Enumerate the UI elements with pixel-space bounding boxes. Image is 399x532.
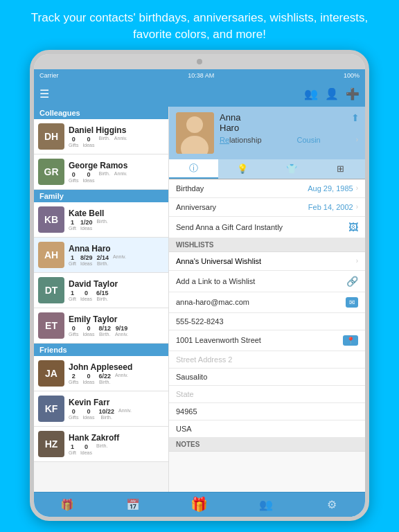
birthday-chevron: › <box>356 184 358 192</box>
avatar-anna: AH <box>38 242 64 268</box>
contact-kate-bell[interactable]: KB Kate Bell 1Gift 1/20Ideas Birth. <box>34 202 168 238</box>
tab-grid[interactable]: ⊞ <box>316 159 365 179</box>
contact-david-taylor[interactable]: DT David Taylor 1Gift 0Ideas 6/15Birth. <box>34 273 168 308</box>
contact-daniel-higgins[interactable]: DH Daniel Higgins 0Gifts 0Ideas Birth. A… <box>34 119 168 154</box>
tablet-screen: Carrier 10:38 AM 100% ☰ 👥 👤 ➕ Colleagues… <box>34 69 365 517</box>
avatar-john: JA <box>38 360 64 387</box>
contact-info-kate: Kate Bell 1Gift 1/20Ideas Birth. <box>69 209 164 231</box>
tab-people[interactable]: 👥 <box>233 493 299 517</box>
contact-anna-haro[interactable]: AH Anna Haro 1Gift 8/29Ideas 2/14Birth. … <box>34 238 168 273</box>
address2-row[interactable]: Street Address 2 <box>169 351 365 369</box>
add-person-icon[interactable]: ➕ <box>346 87 360 100</box>
address2-placeholder: Street Address 2 <box>176 355 232 364</box>
detail-first-name: Anna <box>220 112 358 123</box>
app-toolbar: ☰ 👥 👤 ➕ <box>34 82 365 107</box>
person-icon[interactable]: 👤 <box>325 87 339 100</box>
avatar-hank: HZ <box>38 431 64 457</box>
svg-point-1 <box>186 116 203 133</box>
contact-kevin-farr[interactable]: KF Kevin Farr 0Gifts 0Ideas 10/22Birth. … <box>34 391 168 427</box>
notes-header: Notes <box>169 438 365 452</box>
detail-tabs: ⓘ 💡 👕 ⊞ <box>169 159 365 179</box>
main-content: Colleagues DH Daniel Higgins 0Gifts 0Ide… <box>34 107 365 492</box>
gift-card-button[interactable]: Send Anna a Gift Card Instantly 🖼 <box>169 217 365 238</box>
contact-george-ramos[interactable]: GR George Ramos 0Gifts 0Ideas Birth. Ann… <box>34 154 168 190</box>
relationship-label: ReRelationshiplationship <box>220 136 262 144</box>
universal-wishlist-chevron: › <box>356 257 358 265</box>
menu-icon[interactable]: ☰ <box>39 87 49 100</box>
birthday-label: Birthday <box>176 184 204 193</box>
tablet-frame: Carrier 10:38 AM 100% ☰ 👥 👤 ➕ Colleagues… <box>30 50 369 521</box>
detail-name-area: Anna Haro ReRelationshiplationship Cousi… <box>220 112 358 144</box>
add-wishlist-label: Add a Link to a Wishlist <box>176 277 255 285</box>
link-icon: 🔗 <box>346 276 358 287</box>
map-icon: 📍 <box>343 335 358 346</box>
avatar-david: DT <box>38 277 64 303</box>
anniversary-chevron: › <box>356 203 358 211</box>
contact-name-kate: Kate Bell <box>69 209 164 218</box>
contacts-panel: Colleagues DH Daniel Higgins 0Gifts 0Ide… <box>34 107 169 492</box>
detail-header: Anna Haro ReRelationshiplationship Cousi… <box>169 107 365 159</box>
zip-value: 94965 <box>176 407 197 416</box>
avatar-emily: ET <box>38 312 64 339</box>
contact-info-hank: Hank Zakroff 1Gift 0Ideas Birth. <box>69 433 164 455</box>
email-icon: ✉ <box>346 297 358 308</box>
header-text: Track your contacts' birthdays, annivers… <box>0 0 399 50</box>
avatar-daniel: DH <box>38 123 64 150</box>
detail-panel: Anna Haro ReRelationshiplationship Cousi… <box>169 107 365 492</box>
contact-john-appleseed[interactable]: JA John Appleseed 2Gifts 0Ideas 6/22Birt… <box>34 356 168 391</box>
email-value: anna-haro@mac.com <box>176 298 249 306</box>
section-colleagues: Colleagues <box>34 107 168 119</box>
contact-name-john: John Appleseed <box>69 362 164 372</box>
phone-row[interactable]: 555-522-8243 <box>169 313 365 330</box>
contact-name-emily: Emily Taylor <box>69 314 164 324</box>
contact-name-george: George Ramos <box>69 161 164 170</box>
universal-wishlist-label: Anna's Universal Wishlist <box>176 257 261 265</box>
contact-hank-zakroff[interactable]: HZ Hank Zakroff 1Gift 0Ideas Birth. <box>34 427 168 462</box>
birthday-row[interactable]: Birthday Aug 29, 1985 › <box>169 179 365 198</box>
tablet-camera <box>197 59 202 64</box>
contact-emily-taylor[interactable]: ET Emily Taylor 0Gifts 0Ideas 8/12Birth.… <box>34 308 168 344</box>
tab-ideas[interactable]: 💡 <box>218 159 267 179</box>
gift-card-label: Send Anna a Gift Card Instantly <box>176 223 283 231</box>
avatar-kate: KB <box>38 206 64 233</box>
add-wishlist-row[interactable]: Add a Link to a Wishlist 🔗 <box>169 271 365 292</box>
city-row[interactable]: Sausalito <box>169 369 365 386</box>
group-icon[interactable]: 👥 <box>304 87 318 100</box>
wishlists-header: Wishlists <box>169 238 365 252</box>
tab-info[interactable]: ⓘ <box>169 159 218 179</box>
anniversary-value: Feb 14, 2002 › <box>308 203 358 211</box>
tab-shirt[interactable]: 👕 <box>267 159 317 179</box>
relationship-value[interactable]: Cousin <box>296 136 320 144</box>
tab-gift-list[interactable]: 🎁 <box>34 493 100 517</box>
status-bar: Carrier 10:38 AM 100% <box>34 69 365 82</box>
contact-name-david: David Taylor <box>69 279 164 289</box>
section-family: Family <box>34 190 168 202</box>
anniversary-row[interactable]: Anniversary Feb 14, 2002 › <box>169 198 365 217</box>
zip-row[interactable]: 94965 <box>169 403 365 420</box>
state-row[interactable]: State <box>169 386 365 403</box>
avatar-george: GR <box>38 159 64 185</box>
contact-info-george: George Ramos 0Gifts 0Ideas Birth. Anniv. <box>69 161 164 183</box>
birthday-value: Aug 29, 1985 › <box>308 184 358 193</box>
detail-last-name: Haro <box>220 123 358 133</box>
tab-calendar[interactable]: 📅 <box>100 493 167 517</box>
universal-wishlist-row[interactable]: Anna's Universal Wishlist › <box>169 252 365 271</box>
city-value: Sausalito <box>176 373 207 381</box>
gift-card-icon: 🖼 <box>348 222 358 233</box>
contact-info-kevin: Kevin Farr 0Gifts 0Ideas 10/22Birth. Ann… <box>69 398 164 420</box>
contact-info-anna: Anna Haro 1Gift 8/29Ideas 2/14Birth. Ann… <box>69 244 164 266</box>
state-placeholder: State <box>176 390 194 398</box>
country-row[interactable]: USA <box>169 420 365 438</box>
detail-photo <box>176 112 214 154</box>
address1-value: 1001 Leavenworth Street <box>176 336 261 344</box>
bottom-tab-bar: 🎁 📅 🎁 👥 ⚙ <box>34 492 365 517</box>
email-row[interactable]: anna-haro@mac.com ✉ <box>169 292 365 313</box>
tab-gift-active[interactable]: 🎁 <box>166 493 233 517</box>
share-button[interactable]: ⬆ <box>351 112 360 123</box>
anniversary-label: Anniversary <box>176 203 216 211</box>
time-label: 10:38 AM <box>188 72 214 79</box>
address1-row[interactable]: 1001 Leavenworth Street 📍 <box>169 330 365 351</box>
contact-info-david: David Taylor 1Gift 0Ideas 6/15Birth. <box>69 279 164 301</box>
tab-settings[interactable]: ⚙ <box>299 493 365 517</box>
phone-value: 555-522-8243 <box>176 317 224 326</box>
